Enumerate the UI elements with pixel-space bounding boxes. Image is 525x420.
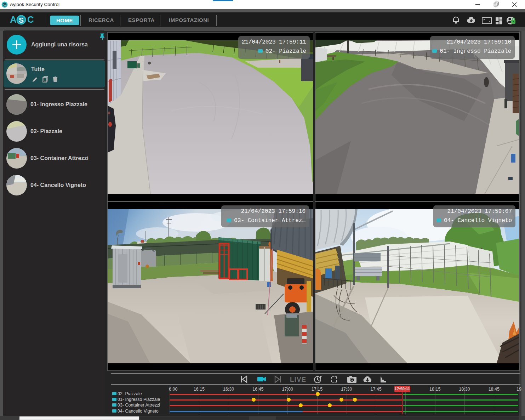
svg-text:AS: AS <box>3 4 6 6</box>
svg-text:LIVE: LIVE <box>290 376 306 383</box>
svg-text:S: S <box>19 16 24 24</box>
